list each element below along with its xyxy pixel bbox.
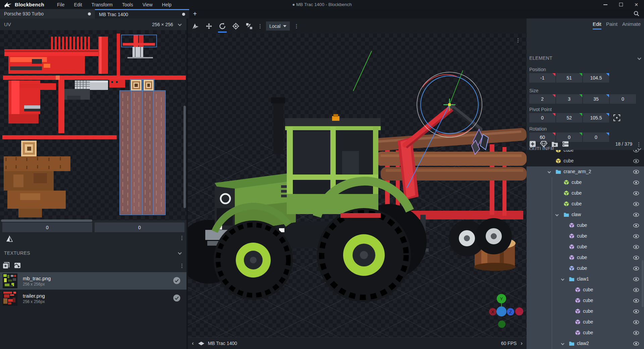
size-x-field[interactable]: 2	[529, 94, 555, 104]
visibility-toggle-icon[interactable]	[633, 288, 639, 292]
visibility-toggle-icon[interactable]	[633, 191, 639, 196]
outliner-row-cube[interactable]: cube	[527, 328, 644, 338]
move-tool-button[interactable]	[203, 20, 215, 32]
size-y-field[interactable]: 3	[556, 94, 582, 104]
menu-file[interactable]: File	[53, 1, 69, 8]
uv-horizontal-scrollbar[interactable]	[1, 219, 92, 222]
outliner-row-cube[interactable]: cube	[527, 263, 644, 274]
visibility-toggle-icon[interactable]	[633, 202, 639, 206]
texture-visible-check-icon[interactable]	[173, 277, 180, 284]
chevron-down-icon[interactable]	[561, 342, 565, 345]
add-mesh-icon[interactable]	[540, 141, 547, 147]
chevron-down-icon[interactable]	[178, 251, 181, 254]
outliner-row-cube[interactable]: cube	[527, 306, 644, 317]
outliner-row-cube[interactable]: cube	[527, 150, 644, 156]
menu-help[interactable]: Help	[158, 1, 176, 8]
outliner-menu-icon[interactable]: ⋮	[636, 142, 641, 147]
close-button[interactable]: ✕	[629, 0, 644, 9]
visibility-toggle-icon[interactable]	[633, 234, 639, 239]
minimize-button[interactable]	[598, 0, 613, 9]
tab-paint[interactable]: Paint	[606, 21, 618, 30]
uv-slide-y[interactable]: 0	[95, 222, 184, 232]
visibility-toggle-icon[interactable]	[633, 169, 639, 174]
outliner-row-cube[interactable]: cube	[527, 231, 644, 242]
visibility-toggle-icon[interactable]	[633, 298, 639, 303]
visibility-toggle-icon[interactable]	[633, 266, 639, 271]
next-model-chevron[interactable]: ›	[517, 340, 527, 347]
size-w-field[interactable]: 0	[610, 94, 636, 104]
texture-visible-check-icon[interactable]	[173, 294, 180, 302]
menu-edit[interactable]: Edit	[70, 1, 86, 8]
uv-slide-x[interactable]: 0	[2, 222, 92, 232]
outliner-row-cube[interactable]: cube	[527, 242, 644, 252]
outliner-row-cube[interactable]: cube	[527, 199, 644, 209]
unsaved-dot[interactable]	[182, 13, 185, 16]
tab-mb-trac-1400[interactable]: MB Trac 1400	[95, 9, 189, 18]
visibility-toggle-icon[interactable]	[633, 159, 639, 163]
menu-transform[interactable]: Transform	[88, 1, 117, 8]
visibility-toggle-icon[interactable]	[633, 341, 639, 346]
new-tab-button[interactable]: +	[189, 9, 201, 18]
outliner-row-cube[interactable]: cube	[527, 220, 644, 231]
outliner-options-icon[interactable]	[562, 141, 569, 147]
position-z-field[interactable]: 104.5	[583, 73, 609, 83]
tab-animate[interactable]: Animate	[622, 21, 641, 30]
tab-edit[interactable]: Edit	[593, 21, 601, 30]
import-texture-icon[interactable]	[14, 262, 21, 268]
outliner-row-cube[interactable]: cube	[527, 252, 644, 263]
toolbar-menu-icon[interactable]: ⋮	[258, 23, 263, 29]
gizmo-tool-button[interactable]	[190, 20, 201, 32]
outliner-row-claw[interactable]: claw	[527, 209, 644, 220]
outliner-scrollbar[interactable]	[642, 260, 644, 307]
viewport-menu-icon[interactable]: ⋮	[516, 38, 521, 43]
chevron-down-icon[interactable]	[178, 22, 181, 26]
vertex-snap-tool-button[interactable]	[244, 20, 255, 32]
visibility-toggle-icon[interactable]	[633, 245, 639, 249]
visibility-toggle-icon[interactable]	[633, 320, 639, 325]
toolbar-menu-icon-2[interactable]: ⋮	[294, 23, 299, 29]
visibility-toggle-icon[interactable]	[633, 331, 639, 335]
outliner-row-cube[interactable]: cube	[527, 188, 644, 199]
tab-porsche-930-turbo[interactable]: Porsche 930 Turbo	[0, 9, 95, 18]
chevron-down-icon[interactable]	[555, 213, 559, 216]
add-group-icon[interactable]	[551, 141, 558, 147]
outliner-row-cube[interactable]: cube	[527, 317, 644, 328]
outliner-row-crane-arm-2[interactable]: crane_arm_2	[527, 166, 644, 177]
textures-menu-icon[interactable]: ⋮	[179, 263, 184, 268]
texture-item-trailer[interactable]: trailer.png 256 x 256px	[0, 290, 186, 307]
size-z-field[interactable]: 35	[583, 94, 609, 104]
position-y-field[interactable]: 51	[556, 73, 582, 83]
menu-view[interactable]: View	[139, 1, 157, 8]
outliner-row-claw2[interactable]: claw2	[527, 338, 644, 349]
visibility-toggle-icon[interactable]	[633, 255, 639, 260]
uv-resolution[interactable]: 256 × 256	[152, 22, 173, 27]
rotate-tool-button[interactable]	[217, 20, 228, 32]
pivot-tool-button[interactable]	[230, 20, 241, 32]
uv-vertical-scrollbar[interactable]	[183, 106, 186, 208]
element-section-header[interactable]: ELEMENT	[529, 55, 641, 61]
prev-model-chevron[interactable]: ‹	[188, 340, 198, 347]
mirror-uv-icon[interactable]	[6, 236, 13, 242]
visibility-toggle-icon[interactable]	[633, 309, 639, 314]
visibility-toggle-icon[interactable]	[633, 150, 639, 153]
menu-tools[interactable]: Tools	[118, 1, 137, 8]
center-pivot-icon[interactable]	[613, 114, 621, 121]
transform-space-dropdown[interactable]: Local	[266, 21, 290, 31]
pivot-x-field[interactable]: 0	[529, 113, 555, 122]
position-x-field[interactable]: -1	[529, 73, 555, 83]
outliner-row-cube[interactable]: cube	[527, 156, 644, 166]
uv-toolbar-menu-icon[interactable]: ⋮	[179, 235, 184, 240]
outliner-row-claw1[interactable]: claw1	[527, 274, 644, 285]
chevron-down-icon[interactable]	[561, 278, 565, 281]
visibility-toggle-icon[interactable]	[633, 277, 639, 282]
create-texture-icon[interactable]	[3, 262, 9, 269]
maximize-button[interactable]	[613, 0, 629, 9]
uv-editor-canvas[interactable]	[0, 30, 186, 220]
pivot-y-field[interactable]: 52	[556, 113, 582, 122]
visibility-toggle-icon[interactable]	[633, 212, 639, 217]
outliner-row-cube[interactable]: cube	[527, 177, 644, 188]
add-cube-icon[interactable]	[529, 141, 536, 147]
visibility-toggle-icon[interactable]	[633, 180, 639, 185]
texture-item-mb-trac[interactable]: mb_trac.png 256 x 256px	[0, 272, 186, 290]
outliner-row-cube[interactable]: cube	[527, 295, 644, 306]
